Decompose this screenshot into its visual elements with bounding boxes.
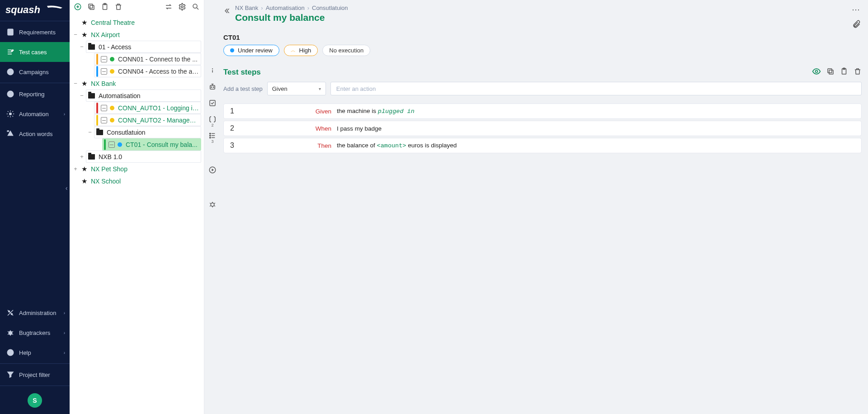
chip-execution[interactable]: No execution: [322, 45, 370, 56]
expander-icon[interactable]: +: [72, 166, 79, 172]
star-icon: ★: [81, 80, 87, 88]
info-button[interactable]: [206, 64, 219, 77]
nav-bugtrackers[interactable]: Bugtrackers ›: [0, 323, 70, 343]
script-button[interactable]: 2: [206, 113, 219, 126]
expander-icon[interactable]: −: [72, 80, 79, 87]
tree-testcase[interactable]: CONN04 - Access to the ap...: [70, 65, 204, 77]
tree-testcase-selected[interactable]: CT01 - Consult my bala...: [70, 138, 204, 151]
collapse-nav-button[interactable]: ‹: [63, 183, 70, 193]
nav-automation[interactable]: Automation ›: [0, 104, 70, 124]
avatar[interactable]: S: [28, 393, 42, 408]
add-button[interactable]: [73, 2, 82, 11]
delete-steps-button[interactable]: [854, 67, 862, 77]
nav-requirements[interactable]: Requirements: [0, 22, 70, 42]
settings-button[interactable]: [178, 2, 187, 11]
expander-icon[interactable]: [87, 68, 93, 75]
step-row[interactable]: 2WhenI pass my badge: [223, 121, 862, 136]
copy-button[interactable]: [87, 2, 96, 11]
priority-stripe: [96, 103, 98, 113]
svg-point-6: [11, 314, 13, 315]
breadcrumb-item[interactable]: NX Bank: [235, 5, 258, 11]
paste-steps-button[interactable]: [840, 67, 848, 77]
tree-label: Consutlatuion: [107, 129, 199, 136]
tree-label: NX Airport: [91, 31, 199, 38]
robot-button[interactable]: [206, 80, 219, 93]
preview-button[interactable]: [812, 67, 821, 77]
checklist-button[interactable]: [206, 97, 219, 109]
nav-label: Requirements: [19, 29, 56, 36]
tree-project[interactable]: + ★NX Pet Shop: [70, 163, 204, 175]
breadcrumb-item[interactable]: Automatisation: [266, 5, 305, 11]
step-row[interactable]: 3Thenthe balance of <amount> euros is di…: [223, 138, 862, 153]
keyword-select[interactable]: Given ▾: [267, 82, 326, 95]
step-text: the balance of <amount> euros is display…: [337, 142, 457, 149]
expander-icon[interactable]: [95, 141, 101, 148]
tree-testcase[interactable]: CONN01 - Connect to the ...: [70, 53, 204, 65]
tree-folder[interactable]: + NXB 1.0: [70, 151, 204, 163]
svg-point-18: [211, 87, 212, 88]
tree-folder[interactable]: − Automatisation: [70, 89, 204, 102]
star-icon: ★: [81, 19, 87, 27]
action-input[interactable]: [330, 82, 862, 95]
nav-test-cases[interactable]: Test cases: [0, 42, 70, 62]
back-button[interactable]: [221, 5, 233, 17]
status-dot: [110, 118, 114, 122]
tree-project[interactable]: ★NX School: [70, 175, 204, 187]
expander-icon[interactable]: [87, 56, 93, 62]
chip-status[interactable]: Under review: [223, 45, 279, 56]
script-icon: [101, 105, 107, 111]
star-icon: ★: [81, 31, 87, 39]
expander-icon[interactable]: [87, 105, 93, 111]
expander-icon[interactable]: −: [79, 44, 85, 50]
svg-point-26: [816, 71, 818, 73]
step-text: the machine is plugged in: [337, 108, 415, 115]
svg-point-19: [213, 87, 214, 88]
tree-folder[interactable]: − 01 - Access: [70, 41, 204, 53]
bug-button[interactable]: [206, 198, 219, 211]
svg-point-22: [210, 135, 211, 136]
tree-body[interactable]: ★Central Theatre − ★NX Airport − 01 - Ac…: [70, 14, 204, 414]
attachment-button[interactable]: [851, 20, 862, 29]
svg-rect-28: [828, 69, 832, 73]
left-nav: squash Requirements Test cases Campaigns…: [0, 0, 70, 414]
nav-label: Campaigns: [19, 69, 49, 75]
breadcrumb-item[interactable]: Consutlatuion: [312, 5, 348, 11]
nav-help[interactable]: Help ›: [0, 343, 70, 362]
svg-rect-11: [89, 4, 93, 8]
expander-icon[interactable]: −: [72, 32, 79, 38]
copy-steps-button[interactable]: [826, 67, 835, 77]
tree-label: CONN_AUTO1 - Logging in...: [118, 104, 199, 112]
tree-testcase[interactable]: CONN_AUTO1 - Logging in...: [70, 102, 204, 114]
tree-folder[interactable]: − Consutlatuion: [70, 126, 204, 138]
chip-priority[interactable]: ︿ High: [284, 45, 318, 56]
svg-point-16: [212, 68, 213, 69]
tree-project[interactable]: − ★NX Airport: [70, 28, 204, 41]
nav-label: Reporting: [19, 91, 44, 98]
nav-action-words[interactable]: Action words: [0, 124, 70, 144]
svg-text:squash: squash: [5, 4, 40, 15]
chevron-right-icon: ›: [64, 330, 65, 335]
tree-testcase[interactable]: CONN_AUTO2 - Managem...: [70, 114, 204, 126]
search-button[interactable]: [191, 2, 200, 11]
step-row[interactable]: 1Giventhe machine is plugged in: [223, 104, 862, 119]
tree-toolbar: [70, 0, 204, 14]
more-button[interactable]: ⋯: [851, 5, 862, 14]
expander-icon[interactable]: [87, 117, 93, 123]
nav-campaigns[interactable]: Campaigns: [0, 62, 70, 82]
svg-point-5: [9, 311, 10, 312]
swap-button[interactable]: [164, 2, 173, 11]
tree-project[interactable]: ★Central Theatre: [70, 16, 204, 28]
nav-project-filter[interactable]: Project filter: [0, 365, 70, 385]
delete-button[interactable]: [114, 2, 123, 11]
paste-button[interactable]: [100, 2, 109, 11]
play-button[interactable]: [206, 164, 219, 176]
nav-administration[interactable]: Administration ›: [0, 303, 70, 323]
tree-project[interactable]: − ★NX Bank: [70, 77, 204, 89]
expander-icon[interactable]: +: [79, 154, 85, 160]
nav-reporting[interactable]: Reporting: [0, 84, 70, 104]
steps-button[interactable]: 3: [206, 129, 219, 142]
expander-icon[interactable]: [72, 19, 79, 26]
expander-icon[interactable]: −: [87, 129, 93, 136]
expander-icon[interactable]: [72, 178, 79, 184]
expander-icon[interactable]: −: [79, 93, 85, 99]
